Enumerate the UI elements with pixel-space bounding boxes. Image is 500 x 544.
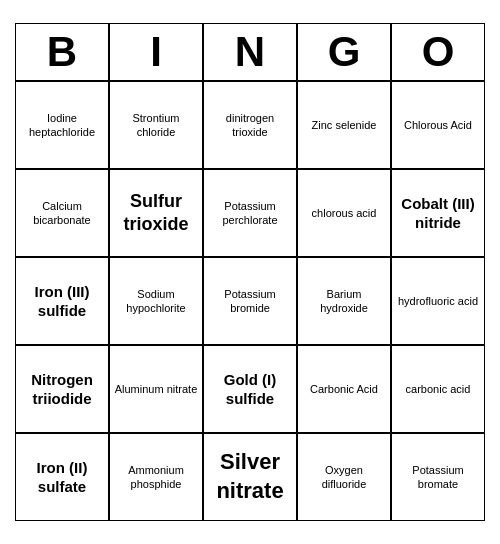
bingo-cell: dinitrogen trioxide [203, 81, 297, 169]
bingo-row: Nitrogen triiodideAluminum nitrateGold (… [15, 345, 485, 433]
bingo-cell: carbonic acid [391, 345, 485, 433]
bingo-cell: chlorous acid [297, 169, 391, 257]
cell-text: carbonic acid [406, 382, 471, 396]
cell-text: hydrofluoric acid [398, 294, 478, 308]
header-letter: I [109, 23, 203, 81]
bingo-cell: Aluminum nitrate [109, 345, 203, 433]
cell-text: Chlorous Acid [404, 118, 472, 132]
bingo-cell: Strontium chloride [109, 81, 203, 169]
bingo-cell: hydrofluoric acid [391, 257, 485, 345]
bingo-header: BINGO [15, 23, 485, 81]
cell-text: Iron (III) sulfide [20, 282, 104, 321]
cell-text: Oxygen difluoride [302, 463, 386, 492]
cell-text: Iodine heptachloride [20, 111, 104, 140]
bingo-cell: Ammonium phosphide [109, 433, 203, 521]
header-letter: N [203, 23, 297, 81]
cell-text: Carbonic Acid [310, 382, 378, 396]
cell-text: Sulfur trioxide [114, 190, 198, 237]
cell-text: Ammonium phosphide [114, 463, 198, 492]
cell-text: Potassium bromide [208, 287, 292, 316]
bingo-cell: Gold (I) sulfide [203, 345, 297, 433]
bingo-cell: Zinc selenide [297, 81, 391, 169]
bingo-cell: Chlorous Acid [391, 81, 485, 169]
cell-text: Calcium bicarbonate [20, 199, 104, 228]
bingo-cell: Potassium bromate [391, 433, 485, 521]
cell-text: Potassium perchlorate [208, 199, 292, 228]
cell-text: Nitrogen triiodide [20, 370, 104, 409]
bingo-row: Iron (III) sulfideSodium hypochloritePot… [15, 257, 485, 345]
bingo-cell: Potassium perchlorate [203, 169, 297, 257]
header-letter: G [297, 23, 391, 81]
bingo-cell: Iodine heptachloride [15, 81, 109, 169]
bingo-grid: Iodine heptachlorideStrontium chloridedi… [15, 81, 485, 521]
header-letter: B [15, 23, 109, 81]
bingo-card: BINGO Iodine heptachlorideStrontium chlo… [15, 23, 485, 521]
cell-text: Aluminum nitrate [115, 382, 198, 396]
bingo-cell: Potassium bromide [203, 257, 297, 345]
bingo-cell: Calcium bicarbonate [15, 169, 109, 257]
bingo-cell: Barium hydroxide [297, 257, 391, 345]
cell-text: Potassium bromate [396, 463, 480, 492]
cell-text: chlorous acid [312, 206, 377, 220]
bingo-cell: Oxygen difluoride [297, 433, 391, 521]
cell-text: Zinc selenide [312, 118, 377, 132]
cell-text: Silver nitrate [208, 448, 292, 505]
header-letter: O [391, 23, 485, 81]
bingo-cell: Iron (II) sulfate [15, 433, 109, 521]
cell-text: dinitrogen trioxide [208, 111, 292, 140]
cell-text: Iron (II) sulfate [20, 458, 104, 497]
bingo-row: Iodine heptachlorideStrontium chloridedi… [15, 81, 485, 169]
bingo-cell: Sodium hypochlorite [109, 257, 203, 345]
cell-text: Sodium hypochlorite [114, 287, 198, 316]
bingo-cell: Nitrogen triiodide [15, 345, 109, 433]
bingo-cell: Silver nitrate [203, 433, 297, 521]
bingo-cell: Carbonic Acid [297, 345, 391, 433]
bingo-row: Calcium bicarbonateSulfur trioxidePotass… [15, 169, 485, 257]
cell-text: Strontium chloride [114, 111, 198, 140]
cell-text: Barium hydroxide [302, 287, 386, 316]
cell-text: Cobalt (III) nitride [396, 194, 480, 233]
bingo-row: Iron (II) sulfateAmmonium phosphideSilve… [15, 433, 485, 521]
bingo-cell: Iron (III) sulfide [15, 257, 109, 345]
bingo-cell: Sulfur trioxide [109, 169, 203, 257]
bingo-cell: Cobalt (III) nitride [391, 169, 485, 257]
cell-text: Gold (I) sulfide [208, 370, 292, 409]
